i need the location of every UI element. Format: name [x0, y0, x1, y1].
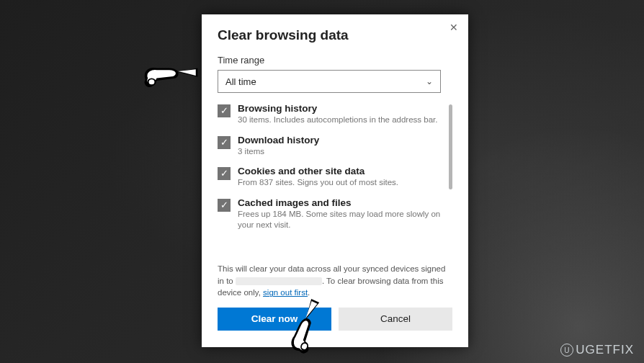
options-list: ✓ Browsing history 30 items. Includes au…	[218, 103, 452, 261]
svg-point-1	[149, 79, 155, 84]
option-title: Download history	[238, 135, 442, 145]
option-desc: Frees up 184 MB. Some sites may load mor…	[238, 209, 442, 231]
close-icon: ✕	[450, 22, 458, 33]
checkbox-download-history[interactable]: ✓	[218, 136, 231, 149]
option-browsing-history: ✓ Browsing history 30 items. Includes au…	[218, 103, 452, 126]
time-range-label: Time range	[218, 55, 452, 66]
pointer-hand-icon	[137, 50, 202, 101]
redacted-account	[236, 277, 322, 285]
option-title: Cookies and other site data	[238, 166, 442, 176]
option-desc: From 837 sites. Signs you out of most si…	[238, 177, 442, 189]
option-desc: 3 items	[238, 146, 442, 158]
time-range-select[interactable]: All time ⌄	[218, 70, 441, 93]
watermark: U UGETFIX	[560, 343, 634, 357]
option-desc: 30 items. Includes autocompletions in th…	[238, 115, 442, 126]
clear-browsing-data-dialog: ✕ Clear browsing data Time range All tim…	[202, 14, 468, 347]
checkbox-cookies[interactable]: ✓	[218, 167, 231, 180]
watermark-ring-icon: U	[560, 344, 573, 357]
sync-note: This will clear your data across all you…	[218, 263, 452, 299]
checkbox-browsing-history[interactable]: ✓	[218, 104, 231, 117]
dialog-title: Clear browsing data	[218, 27, 452, 43]
chevron-down-icon: ⌄	[426, 76, 433, 86]
option-cached: ✓ Cached images and files Frees up 184 M…	[218, 197, 452, 231]
option-cookies: ✓ Cookies and other site data From 837 s…	[218, 166, 452, 189]
options-scrollbar[interactable]	[449, 104, 452, 189]
close-button[interactable]: ✕	[447, 20, 461, 35]
checkbox-cached[interactable]: ✓	[218, 199, 231, 212]
watermark-text: UGETFIX	[576, 343, 634, 357]
cancel-button[interactable]: Cancel	[339, 308, 452, 331]
option-title: Cached images and files	[238, 197, 442, 208]
option-title: Browsing history	[238, 103, 442, 114]
option-download-history: ✓ Download history 3 items	[218, 135, 452, 158]
time-range-value: All time	[225, 76, 256, 87]
